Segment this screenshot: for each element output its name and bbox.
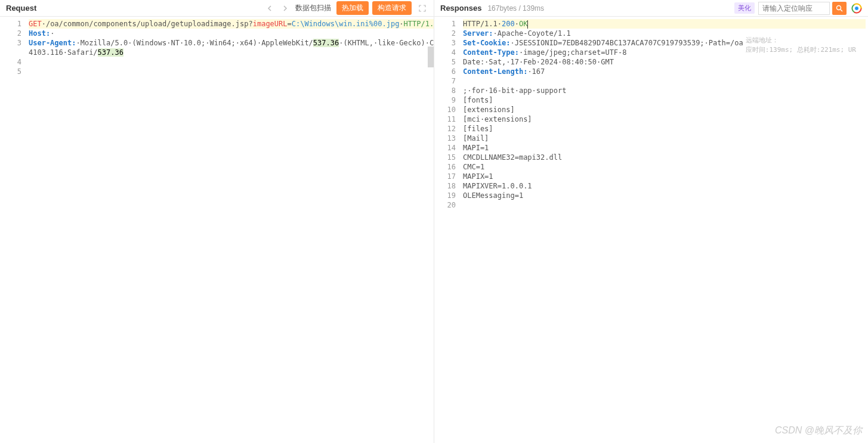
request-title: Request (6, 4, 36, 13)
remote-address-label: 远端地址： (746, 36, 856, 45)
svg-point-0 (837, 5, 841, 10)
response-lines[interactable]: HTTP/1.1·200·OKServer:·Apache-Coyote/1.1… (461, 17, 868, 443)
scroll-marker[interactable] (428, 47, 434, 67)
next-icon[interactable] (278, 2, 291, 15)
response-gutter: 1234567891011121314151617181920 (434, 17, 461, 443)
search-input[interactable] (758, 2, 830, 15)
scan-button[interactable]: 数据包扫描 (295, 3, 331, 13)
watermark: CSDN @晚风不及你 (775, 425, 862, 437)
chrome-icon[interactable] (851, 3, 862, 14)
response-meta: 远端地址： 应时间:139ms; 总耗时:221ms; UR (746, 36, 856, 55)
response-title: Responses (440, 4, 481, 13)
expand-icon[interactable] (417, 3, 428, 14)
beautify-button[interactable]: 美化 (734, 2, 755, 14)
reload-button[interactable]: 热加载 (336, 1, 369, 15)
response-header: Responses 167bytes / 139ms 美化 (434, 0, 868, 17)
request-code[interactable]: 12345 GET·/oa/common/components/upload/g… (0, 17, 434, 443)
request-panel: Request 数据包扫描 热加载 构造请求 12345 GET·/oa/com… (0, 0, 434, 443)
timing-label: 应时间:139ms; 总耗时:221ms; UR (746, 45, 856, 55)
response-code[interactable]: 1234567891011121314151617181920 HTTP/1.1… (434, 17, 868, 443)
response-panel: Responses 167bytes / 139ms 美化 1234567891… (434, 0, 868, 443)
request-lines[interactable]: GET·/oa/common/components/upload/getuplo… (26, 17, 434, 443)
svg-point-6 (855, 6, 859, 10)
request-gutter: 12345 (0, 17, 26, 443)
main-container: Request 数据包扫描 热加载 构造请求 12345 GET·/oa/com… (0, 0, 868, 443)
request-header: Request 数据包扫描 热加载 构造请求 (0, 0, 434, 17)
build-request-button[interactable]: 构造请求 (372, 1, 412, 15)
svg-line-1 (841, 10, 842, 11)
response-stats: 167bytes / 139ms (487, 4, 544, 13)
prev-icon[interactable] (264, 2, 277, 15)
search-button[interactable] (832, 2, 847, 15)
